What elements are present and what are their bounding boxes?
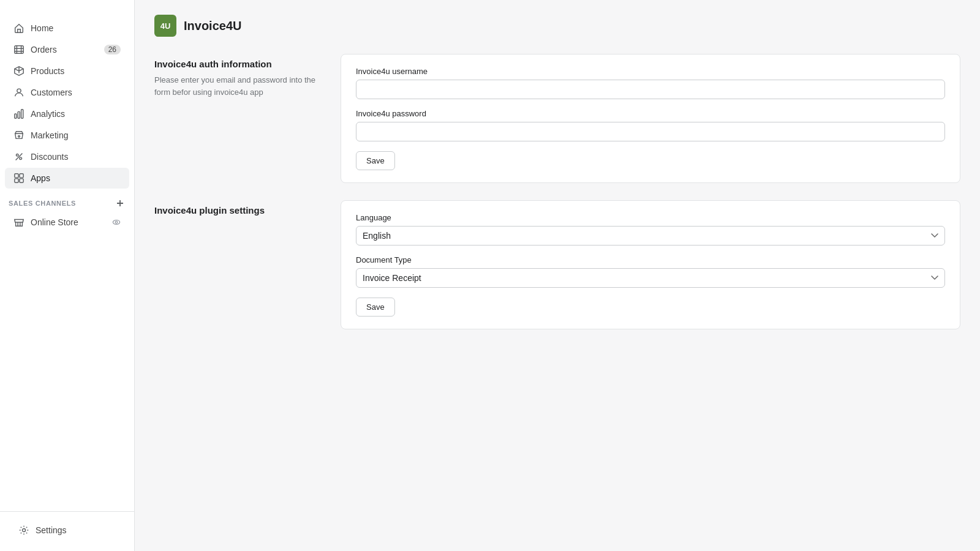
- home-icon: [13, 23, 24, 34]
- auth-section-title: Invoice4u auth information: [154, 59, 326, 69]
- marketing-icon: [13, 130, 24, 141]
- username-label: Invoice4u username: [356, 67, 945, 76]
- auth-save-button[interactable]: Save: [356, 151, 395, 170]
- sidebar-item-label: Apps: [31, 173, 50, 183]
- svg-point-13: [115, 221, 118, 223]
- auth-section: Invoice4u auth information Please enter …: [154, 54, 960, 195]
- svg-point-5: [18, 135, 20, 137]
- sidebar-item-online-store[interactable]: Online Store: [5, 212, 129, 233]
- online-store-visibility-icon: [112, 218, 121, 227]
- plugin-section-description: Invoice4u plugin settings: [154, 200, 326, 220]
- settings-icon: [18, 525, 29, 536]
- add-sales-channel-button[interactable]: [115, 198, 126, 209]
- sidebar-item-label: Customers: [31, 88, 72, 97]
- sidebar-item-label: Online Store: [31, 217, 78, 227]
- app-logo: 4U: [154, 15, 176, 37]
- document-type-group: Document Type Invoice Receipt Invoice Re…: [356, 255, 945, 288]
- sidebar-item-label: Products: [31, 66, 64, 76]
- sidebar: Home Orders 26 Products: [0, 0, 135, 551]
- sidebar-item-label: Analytics: [31, 109, 65, 119]
- orders-icon: [13, 44, 24, 55]
- document-type-select[interactable]: Invoice Receipt Invoice Receipt: [356, 268, 945, 288]
- svg-rect-10: [15, 179, 18, 182]
- svg-rect-3: [18, 111, 20, 118]
- analytics-icon: [13, 108, 24, 119]
- svg-point-14: [22, 528, 25, 531]
- plugin-section-title: Invoice4u plugin settings: [154, 205, 326, 216]
- language-select[interactable]: English Hebrew Arabic: [356, 226, 945, 246]
- auth-section-form: Invoice4u username Invoice4u password Sa…: [341, 54, 960, 195]
- products-icon: [13, 66, 24, 77]
- customers-icon: [13, 87, 24, 98]
- auth-section-description: Invoice4u auth information Please enter …: [154, 54, 326, 98]
- sidebar-item-label: Marketing: [31, 130, 68, 140]
- svg-point-7: [20, 157, 22, 160]
- svg-rect-8: [15, 174, 18, 178]
- store-icon: [13, 217, 24, 228]
- sidebar-item-settings[interactable]: Settings: [10, 520, 124, 541]
- svg-rect-2: [15, 114, 17, 118]
- auth-section-text: Please enter you email and password into…: [154, 74, 326, 98]
- auth-card: Invoice4u username Invoice4u password Sa…: [341, 54, 960, 183]
- sidebar-top: [0, 0, 134, 15]
- sidebar-nav: Home Orders 26 Products: [0, 15, 134, 511]
- svg-rect-9: [20, 174, 23, 178]
- password-input[interactable]: [356, 122, 945, 141]
- svg-rect-0: [15, 46, 23, 54]
- plugin-section: Invoice4u plugin settings Language Engli…: [154, 200, 960, 342]
- username-group: Invoice4u username: [356, 67, 945, 99]
- sidebar-item-label: Discounts: [31, 152, 68, 162]
- sales-channels-section: SALES CHANNELS: [0, 189, 134, 211]
- sidebar-item-discounts[interactable]: Discounts: [5, 146, 129, 167]
- plugin-section-form: Language English Hebrew Arabic Document …: [341, 200, 960, 342]
- svg-point-6: [17, 154, 19, 157]
- svg-rect-11: [20, 179, 23, 182]
- language-label: Language: [356, 213, 945, 222]
- username-input[interactable]: [356, 80, 945, 99]
- sidebar-item-customers[interactable]: Customers: [5, 82, 129, 103]
- sidebar-item-home[interactable]: Home: [5, 18, 129, 39]
- sidebar-item-apps[interactable]: Apps: [5, 168, 129, 189]
- sales-channels-label: SALES CHANNELS: [9, 200, 76, 207]
- sidebar-item-label: Orders: [31, 45, 57, 54]
- orders-badge: 26: [104, 45, 121, 54]
- password-group: Invoice4u password: [356, 109, 945, 141]
- plugin-save-button[interactable]: Save: [356, 298, 395, 317]
- page-title: Invoice4U: [184, 19, 241, 33]
- main-content: 4U Invoice4U Invoice4u auth information …: [135, 0, 980, 551]
- sidebar-item-marketing[interactable]: Marketing: [5, 125, 129, 146]
- apps-icon: [13, 173, 24, 184]
- sidebar-item-analytics[interactable]: Analytics: [5, 103, 129, 124]
- sidebar-bottom: Settings: [0, 511, 134, 551]
- sidebar-item-label: Home: [31, 23, 53, 33]
- password-label: Invoice4u password: [356, 109, 945, 118]
- sidebar-item-orders[interactable]: Orders 26: [5, 39, 129, 60]
- discounts-icon: [13, 151, 24, 162]
- svg-point-12: [113, 220, 119, 225]
- svg-point-1: [17, 89, 21, 92]
- plugin-card: Language English Hebrew Arabic Document …: [341, 200, 960, 329]
- sidebar-item-products[interactable]: Products: [5, 61, 129, 81]
- language-group: Language English Hebrew Arabic: [356, 213, 945, 246]
- app-header: 4U Invoice4U: [154, 15, 960, 37]
- document-type-label: Document Type: [356, 255, 945, 264]
- sidebar-item-label: Settings: [36, 525, 67, 535]
- svg-rect-4: [21, 110, 23, 118]
